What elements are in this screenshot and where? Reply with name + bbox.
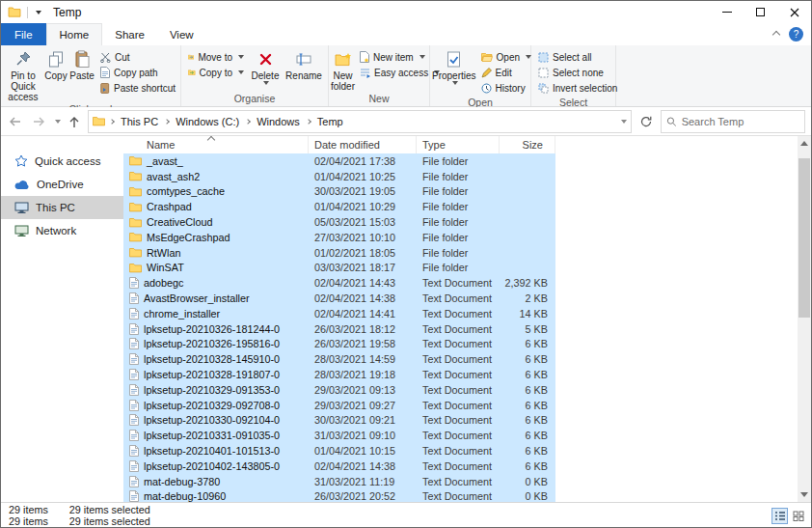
- copy-to-button[interactable]: Copy to: [185, 65, 247, 80]
- tab-view[interactable]: View: [157, 23, 206, 45]
- paste-shortcut-button[interactable]: Paste shortcut: [97, 80, 178, 96]
- column-header-date-modified[interactable]: Date modified: [309, 136, 417, 153]
- sidebar-item-onedrive[interactable]: OneDrive: [1, 173, 123, 196]
- text-document-icon: [129, 353, 139, 365]
- cloud-icon: [14, 180, 30, 190]
- file-row[interactable]: lpksetup-20210329-092708-0 29/03/2021 09…: [123, 398, 555, 413]
- close-button[interactable]: [777, 1, 811, 23]
- crumb-windows[interactable]: Windows: [255, 116, 302, 127]
- crumb-this-pc[interactable]: This PC: [119, 116, 160, 127]
- move-to-button[interactable]: Move to: [185, 49, 247, 65]
- maximize-button[interactable]: [744, 1, 777, 23]
- file-row[interactable]: lpksetup-20210331-091035-0 31/03/2021 09…: [123, 428, 555, 443]
- scroll-track[interactable]: [798, 151, 811, 487]
- invert-selection-button[interactable]: Invert selection: [535, 80, 620, 96]
- file-row[interactable]: lpksetup-20210401-101513-0 01/04/2021 10…: [123, 443, 555, 459]
- copy-path-button[interactable]: Copy path: [97, 65, 178, 80]
- file-size: 2 KB: [500, 292, 555, 304]
- up-button[interactable]: [65, 110, 84, 133]
- edit-button[interactable]: Edit: [478, 65, 534, 80]
- help-icon[interactable]: ?: [789, 27, 803, 42]
- text-document-icon: [129, 369, 139, 380]
- file-row[interactable]: adobegc 02/04/2021 14:43 Text Document 2…: [123, 275, 555, 291]
- minimize-button[interactable]: [710, 1, 744, 23]
- ribbon-group-organise: Move to Copy to Delete: [181, 45, 329, 106]
- tab-share[interactable]: Share: [102, 23, 157, 45]
- file-size: 14 KB: [500, 308, 555, 320]
- file-row[interactable]: lpksetup-20210330-092104-0 30/03/2021 09…: [123, 413, 555, 429]
- large-icons-view-button[interactable]: [790, 508, 806, 524]
- file-row[interactable]: CreativeCloud 05/03/2021 15:03 File fold…: [123, 214, 555, 230]
- recent-locations-icon[interactable]: [55, 120, 61, 124]
- properties-button[interactable]: Properties: [432, 47, 476, 96]
- file-row[interactable]: AvastBrowser_installer 02/04/2021 14:38 …: [123, 291, 555, 306]
- tab-home[interactable]: Home: [46, 23, 103, 45]
- refresh-button[interactable]: [636, 110, 657, 133]
- scroll-up-icon: [800, 141, 808, 146]
- sidebar-item-network[interactable]: Network: [1, 219, 123, 242]
- tab-file[interactable]: File: [1, 23, 46, 45]
- delete-button[interactable]: Delete: [247, 47, 284, 92]
- select-none-button[interactable]: Select none: [535, 65, 620, 80]
- file-name: RtWlan: [147, 247, 180, 259]
- move-to-dropdown-icon: [238, 55, 244, 59]
- select-all-button[interactable]: Select all: [535, 49, 620, 65]
- column-header-size[interactable]: Size: [500, 136, 555, 153]
- file-row[interactable]: lpksetup-20210329-091353-0 29/03/2021 09…: [123, 382, 555, 398]
- ribbon-tab-bar: File Home Share View ?: [1, 23, 811, 45]
- file-row[interactable]: Crashpad 01/04/2021 10:29 File folder: [123, 199, 555, 214]
- pin-to-quick-access-button[interactable]: Pin to Quick access: [3, 47, 43, 102]
- file-row[interactable]: lpksetup-20210328-145910-0 28/03/2021 14…: [123, 351, 555, 367]
- scroll-thumb[interactable]: [798, 158, 810, 318]
- file-row[interactable]: lpksetup-20210402-143805-0 02/04/2021 14…: [123, 459, 555, 474]
- file-row[interactable]: RtWlan 01/02/2021 18:05 File folder: [123, 245, 555, 261]
- file-row[interactable]: lpksetup-20210326-195816-0 26/03/2021 19…: [123, 337, 555, 352]
- file-date-modified: 03/03/2021 18:17: [309, 262, 417, 273]
- breadcrumb[interactable]: This PC Windows (C:) Windows Temp: [88, 110, 632, 133]
- forward-button[interactable]: [30, 110, 49, 133]
- details-view-button[interactable]: [771, 508, 788, 524]
- address-bar: This PC Windows (C:) Windows Temp: [1, 107, 811, 136]
- back-button[interactable]: [3, 110, 26, 133]
- file-row[interactable]: mat-debug-3780 31/03/2021 11:19 Text Doc…: [123, 474, 555, 489]
- file-row[interactable]: mat-debug-10960 26/03/2021 20:52 Text Do…: [123, 489, 555, 502]
- scroll-up-button[interactable]: [798, 136, 811, 151]
- open-button[interactable]: Open: [478, 49, 534, 65]
- qat-customize-icon[interactable]: [36, 11, 41, 14]
- paste-button[interactable]: Paste: [68, 47, 95, 102]
- file-row[interactable]: comtypes_cache 30/03/2021 19:05 File fol…: [123, 184, 555, 200]
- file-type: File folder: [417, 216, 500, 228]
- copy-button[interactable]: Copy: [43, 47, 68, 102]
- file-row[interactable]: lpksetup-20210328-191807-0 28/03/2021 19…: [123, 367, 555, 382]
- file-date-modified: 01/04/2021 10:25: [309, 171, 417, 182]
- crumb-windows-c[interactable]: Windows (C:): [174, 116, 241, 127]
- address-dropdown-icon[interactable]: [621, 120, 627, 124]
- select-none-icon: [538, 68, 549, 78]
- column-header-type[interactable]: Type: [417, 136, 500, 153]
- folder-icon: [129, 217, 142, 228]
- cut-button[interactable]: Cut: [97, 49, 178, 65]
- text-document-icon: [129, 338, 139, 349]
- file-size: 6 KB: [500, 414, 555, 426]
- scroll-down-button[interactable]: [798, 487, 811, 502]
- file-row[interactable]: lpksetup-20210326-181244-0 26/03/2021 18…: [123, 321, 555, 337]
- title-bar: Temp: [1, 1, 811, 23]
- rename-button[interactable]: Rename: [284, 47, 324, 92]
- file-row[interactable]: chrome_installer 02/04/2021 14:41 Text D…: [123, 306, 555, 321]
- history-button[interactable]: History: [478, 80, 534, 96]
- vertical-scrollbar[interactable]: [798, 136, 811, 502]
- search-input[interactable]: [682, 116, 799, 127]
- search-box[interactable]: [661, 110, 805, 133]
- file-type: Text Document: [417, 445, 500, 457]
- file-row[interactable]: MsEdgeCrashpad 27/03/2021 10:10 File fol…: [123, 230, 555, 245]
- file-row[interactable]: avast_ash2 01/04/2021 10:25 File folder: [123, 169, 555, 184]
- sidebar-item-this-pc[interactable]: This PC: [1, 196, 123, 219]
- new-folder-button[interactable]: New folder: [331, 47, 355, 92]
- sidebar-item-quick-access[interactable]: Quick access: [1, 150, 123, 173]
- file-row[interactable]: WinSAT 03/03/2021 18:17 File folder: [123, 261, 555, 276]
- column-header-name[interactable]: Name: [123, 136, 309, 153]
- file-row[interactable]: _avast_ 02/04/2021 17:38 File folder: [123, 153, 555, 169]
- crumb-temp[interactable]: Temp: [315, 116, 345, 127]
- invert-selection-icon: [538, 83, 549, 94]
- collapse-ribbon-icon[interactable]: [772, 30, 780, 38]
